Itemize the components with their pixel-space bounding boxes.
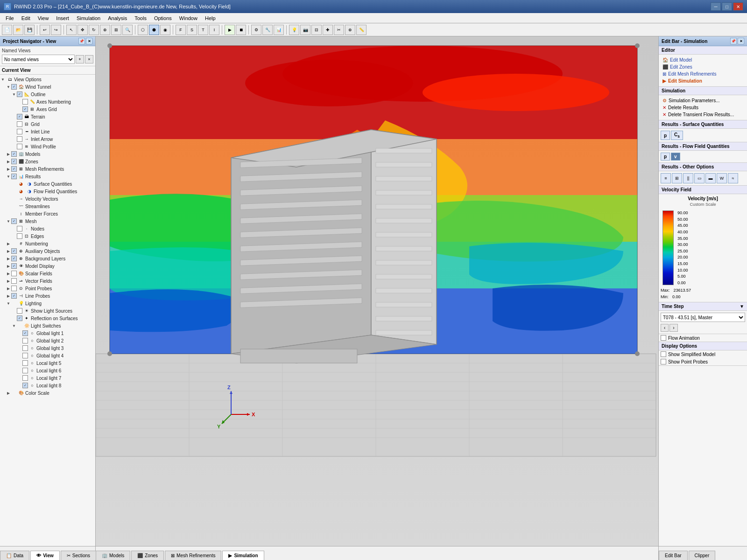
- results-button[interactable]: 📊: [274, 25, 284, 35]
- tree-global-light-3[interactable]: ○ Global light 3: [0, 344, 95, 352]
- open-button[interactable]: 📂: [13, 25, 23, 35]
- check-terrain[interactable]: [17, 114, 22, 119]
- check-inlet-line[interactable]: [17, 129, 22, 134]
- expand-icon[interactable]: ▼: [11, 323, 17, 329]
- result-option-1[interactable]: ≡: [661, 173, 671, 183]
- front-view-button[interactable]: F: [176, 25, 186, 35]
- menu-insert[interactable]: Insert: [52, 14, 73, 22]
- tree-velocity-vectors[interactable]: → Velocity Vectors: [0, 195, 95, 203]
- tab-zones[interactable]: ⬛ Zones: [131, 551, 164, 560]
- select-button[interactable]: ↖: [66, 25, 77, 35]
- check-local-7[interactable]: [22, 375, 28, 381]
- run-button[interactable]: ▶: [225, 25, 235, 35]
- tree-nodes[interactable]: · Nodes: [0, 225, 95, 232]
- expand-icon[interactable]: ▼: [6, 84, 11, 90]
- center-viewport[interactable]: X Z Y: [96, 36, 658, 546]
- check-global-3[interactable]: [22, 345, 28, 351]
- expand-icon[interactable]: ▼: [6, 301, 11, 306]
- tree-streamlines[interactable]: 〰 Streamlines: [0, 203, 95, 210]
- check-results[interactable]: [11, 174, 17, 179]
- menu-help[interactable]: Help: [201, 14, 219, 22]
- menu-window[interactable]: Window: [176, 14, 201, 22]
- edit-simulation-link[interactable]: ▶ Edit Simulation: [661, 77, 745, 84]
- surface-cs-btn[interactable]: Cs: [671, 131, 683, 140]
- menu-analysis[interactable]: Analysis: [104, 14, 131, 22]
- light-button[interactable]: 💡: [289, 25, 299, 35]
- tree-reflection[interactable]: ✦ Reflection on Surfaces: [0, 315, 95, 322]
- axis-button[interactable]: ✚: [323, 25, 333, 35]
- sim-params-btn[interactable]: ⚙ Simulation Parameters...: [661, 97, 745, 104]
- tree-mesh-refinements[interactable]: ▶ ⊠ Mesh Refinements: [0, 165, 95, 173]
- expand-icon[interactable]: ▶: [6, 390, 11, 396]
- expand-icon[interactable]: ▶: [6, 271, 11, 276]
- check-model-display[interactable]: [11, 263, 17, 269]
- tree-wind-tunnel[interactable]: ▼ 🏠 Wind Tunnel: [0, 83, 95, 91]
- menu-options[interactable]: Options: [150, 14, 176, 22]
- tree-mesh[interactable]: ▼ ⊠ Mesh: [0, 217, 95, 225]
- check-axes-numbering[interactable]: [22, 99, 28, 105]
- tab-clipper[interactable]: Clipper: [689, 551, 716, 560]
- check-grid[interactable]: [17, 121, 22, 127]
- tree-outline[interactable]: ▼ 📐 Outline: [0, 91, 95, 98]
- tree-numbering[interactable]: ▶ # Numbering: [0, 240, 95, 247]
- tree-model-display[interactable]: ▶ 👁 Model Display: [0, 262, 95, 270]
- tree-local-light-6[interactable]: ○ Local light 6: [0, 367, 95, 374]
- edit-model-link[interactable]: 🏠 Edit Model: [661, 56, 745, 63]
- expand-icon[interactable]: ▶: [6, 256, 11, 261]
- tools-button[interactable]: 🔧: [262, 25, 273, 35]
- minimize-button[interactable]: ─: [711, 2, 721, 11]
- surface-p-btn[interactable]: p: [661, 131, 670, 140]
- side-view-button[interactable]: S: [187, 25, 197, 35]
- tree-line-probes[interactable]: ▶ ⊣ Line Probes: [0, 292, 95, 300]
- tree-lighting[interactable]: ▼ 💡 Lighting: [0, 300, 95, 307]
- zoom-window-button[interactable]: 🔍: [122, 25, 133, 35]
- zoom-extent-button[interactable]: ⊞: [111, 25, 121, 35]
- panel-close-icon[interactable]: ✕: [86, 38, 92, 44]
- expand-icon[interactable]: ▼: [6, 218, 11, 224]
- result-option-2[interactable]: ⊞: [672, 173, 682, 183]
- tree-scalar-fields[interactable]: ▶ 🎨 Scalar Fields: [0, 270, 95, 277]
- time-step-select[interactable]: T078 - 43.51 [s], Master: [661, 313, 745, 322]
- tree-auxiliary[interactable]: ▶ ⊕ Auxiliary Objects: [0, 247, 95, 255]
- menu-file[interactable]: File: [2, 14, 18, 22]
- ts-prev-btn[interactable]: ‹: [661, 324, 669, 332]
- named-view-add-btn[interactable]: +: [76, 55, 84, 63]
- expand-icon[interactable]: ▶: [6, 241, 11, 246]
- check-edges[interactable]: [17, 233, 22, 239]
- expand-icon[interactable]: ▶: [6, 293, 11, 299]
- result-option-6[interactable]: W: [717, 173, 727, 183]
- check-nodes[interactable]: [17, 226, 22, 231]
- result-option-4[interactable]: ▭: [694, 173, 705, 183]
- edit-mesh-link[interactable]: ⊠ Edit Mesh Refinements: [661, 70, 745, 77]
- tree-wind-profile[interactable]: ≋ Wind Profile: [0, 143, 95, 150]
- check-global-2[interactable]: [22, 338, 28, 343]
- expand-icon[interactable]: ▼: [6, 174, 11, 179]
- expand-icon[interactable]: ▶: [6, 278, 11, 284]
- expand-icon[interactable]: ▶: [6, 166, 11, 172]
- check-inlet-arrow[interactable]: [17, 136, 22, 142]
- check-local-6[interactable]: [22, 368, 28, 373]
- rp-pin-icon[interactable]: 📌: [730, 38, 737, 44]
- tree-local-light-8[interactable]: ○ Local light 8: [0, 382, 95, 389]
- expand-icon[interactable]: ▼: [11, 91, 17, 97]
- menu-tools[interactable]: Tools: [131, 14, 150, 22]
- tab-simulation[interactable]: ▶ Simulation: [222, 551, 264, 560]
- measure-button[interactable]: 📏: [356, 25, 366, 35]
- tree-inlet-line[interactable]: ━ Inlet Line: [0, 128, 95, 135]
- check-models[interactable]: [11, 151, 17, 157]
- check-show-lights[interactable]: [17, 308, 22, 314]
- settings-button[interactable]: ⚙: [251, 25, 261, 35]
- flow-v-btn[interactable]: v: [671, 153, 680, 161]
- wireframe-button[interactable]: ⬡: [138, 25, 148, 35]
- check-line-probes[interactable]: [11, 293, 17, 299]
- solid-button[interactable]: ⬢: [149, 25, 159, 35]
- expand-icon[interactable]: ▶: [6, 248, 11, 254]
- simplified-model-check[interactable]: [661, 351, 666, 357]
- tree-grid[interactable]: ⊟ Grid: [0, 120, 95, 128]
- close-button[interactable]: ✕: [733, 2, 743, 11]
- tree-edges[interactable]: ⊡ Edges: [0, 232, 95, 240]
- result-option-5[interactable]: ▬: [705, 173, 716, 183]
- clip-button[interactable]: ✂: [334, 25, 344, 35]
- expand-icon[interactable]: ▶: [6, 286, 11, 291]
- tab-sections[interactable]: ✂ Sections: [61, 551, 96, 560]
